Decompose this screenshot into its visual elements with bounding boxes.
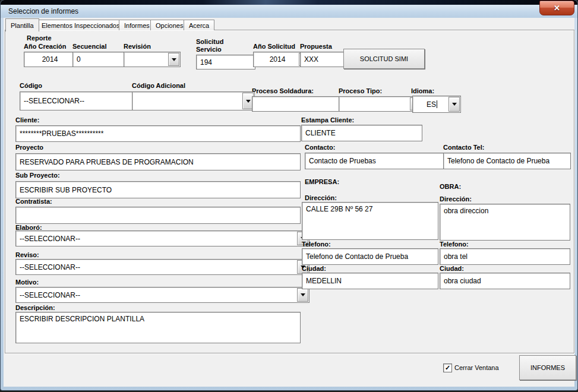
input-value: XXX: [304, 55, 318, 64]
codigo-adicional-combobox[interactable]: [132, 91, 255, 110]
informes-button[interactable]: INFORMES: [519, 355, 576, 380]
title-bar[interactable]: [1, 5, 577, 18]
proyecto-label: Proyecto: [15, 144, 43, 151]
tab-label: Elementos Inspeccionados: [42, 22, 119, 29]
contratista-input[interactable]: [15, 207, 301, 224]
combo-value: --SELECCIONAR--: [24, 97, 84, 105]
chevron-down-icon[interactable]: [297, 288, 308, 302]
cliente-input[interactable]: ********PRUEBAS**********: [15, 125, 301, 142]
revision-combobox[interactable]: [124, 52, 181, 67]
motivo-combobox[interactable]: --SELECCIONAR--: [15, 287, 309, 303]
reporte-group-label: Reporte: [27, 34, 52, 42]
solicitud-simi-button[interactable]: SOLCITUD SIMI: [343, 49, 425, 69]
sub-proyecto-input[interactable]: ESCRIBIR SUB PROYECTO: [15, 181, 301, 198]
secuencial-input[interactable]: 0: [72, 52, 125, 67]
input-value: MEDELLIN: [306, 277, 342, 285]
contacto-input[interactable]: Contacto de Pruebas: [305, 153, 448, 169]
codigo-combobox[interactable]: --SELECCIONAR--: [20, 91, 147, 110]
codigo-adicional-label: Código Adicional: [132, 82, 185, 89]
propuesta-label: Propuesta: [300, 43, 332, 50]
tab-label: Opciones: [156, 22, 183, 29]
combo-value: 2014: [42, 55, 58, 64]
combo-value: 2014: [270, 55, 286, 64]
input-value: CALLE 29B Nº 56 27: [306, 205, 372, 213]
input-value: Telefono de Contacto de Prueba: [447, 157, 549, 165]
tab-informes[interactable]: Informes: [119, 20, 155, 30]
empresa-ciudad-label: Ciudad:: [302, 265, 326, 272]
input-value: obra ciudad: [444, 277, 481, 285]
idioma-combobox[interactable]: ES: [412, 96, 461, 113]
input-value: ESCRIBIR DESCRIPCION PLANTILLA: [20, 315, 144, 323]
input-value: 0: [77, 55, 81, 64]
input-value: ********PRUEBAS**********: [20, 129, 103, 138]
tab-elementos-inspeccionados[interactable]: Elementos Inspeccionados: [36, 20, 125, 30]
solicitud-servicio-input[interactable]: 194: [196, 55, 255, 69]
proceso-soldadura-combobox[interactable]: [252, 96, 351, 112]
window-title: Seleccion de informes: [8, 7, 78, 15]
descripcion-textarea[interactable]: ESCRIBIR DESCRIPCION PLANTILLA: [15, 312, 301, 343]
solicitud-servicio-label: Solicitud Servicio: [196, 38, 232, 53]
input-value: RESERVADO PARA PRUEBAS DE PROGRAMACION: [20, 158, 194, 166]
estampa-cliente-input[interactable]: CLIENTE: [301, 125, 422, 141]
cliente-label: Cliente:: [15, 116, 39, 124]
empresa-telefono-label: Telefono:: [302, 241, 331, 248]
proyecto-input[interactable]: RESERVADO PARA PRUEBAS DE PROGRAMACION: [15, 153, 301, 170]
contratista-label: Contratista:: [15, 198, 52, 205]
idioma-label: Idioma:: [411, 87, 434, 94]
empresa-telefono-input[interactable]: Telefono de Contacto de Prueba: [302, 248, 438, 265]
estampa-cliente-label: Estampa Cliente:: [301, 116, 354, 124]
ano-solicitud-label: Año Solicitud: [253, 43, 295, 50]
window-top-glass: [1, 0, 577, 5]
combo-value: ES: [427, 100, 436, 109]
empresa-ciudad-input[interactable]: MEDELLIN: [302, 273, 438, 289]
combo-value: --SELECCIONAR--: [20, 235, 80, 243]
obra-direccion-textarea[interactable]: obra direccion: [440, 204, 570, 241]
tab-opciones[interactable]: Opciones: [150, 20, 188, 30]
input-value: 194: [200, 58, 212, 67]
reviso-combobox[interactable]: --SELECCIONAR--: [15, 259, 309, 275]
secuencial-label: Secuencial: [72, 43, 106, 50]
obra-telefono-label: Telefono:: [440, 241, 469, 248]
close-icon: ✕: [554, 4, 560, 12]
tab-acerca[interactable]: Acerca: [184, 20, 214, 30]
chevron-down-icon[interactable]: [168, 53, 179, 66]
contacto-tel-input[interactable]: Telefono de Contacto de Prueba: [443, 153, 571, 169]
input-value: obra tel: [444, 252, 468, 261]
dialog-seleccion-de-informes: Seleccion de informes ✕ Plantilla Elemen…: [0, 0, 578, 392]
obra-header: OBRA:: [440, 183, 461, 190]
tab-label: Plantilla: [11, 22, 34, 29]
proceso-tipo-combobox[interactable]: [339, 96, 422, 112]
input-value: Contacto de Pruebas: [309, 157, 376, 165]
empresa-direccion-label: Dirección:: [305, 194, 337, 201]
proceso-soldadura-label: Proceso Soldadura:: [252, 87, 314, 94]
descripcion-label: Descripción:: [15, 304, 55, 311]
cerrar-ventana-label: Cerrar Ventana: [454, 364, 499, 371]
tab-plantilla[interactable]: Plantilla: [5, 18, 39, 31]
check-icon: ✓: [445, 365, 450, 371]
chevron-down-icon[interactable]: [448, 97, 460, 112]
motivo-label: Motivo:: [15, 279, 39, 286]
input-value: obra direccion: [444, 207, 488, 215]
empresa-header: EMPRESA:: [305, 178, 339, 185]
elaboro-combobox[interactable]: --SELECCIONAR--: [15, 230, 309, 246]
obra-ciudad-label: Ciudad:: [440, 265, 464, 272]
obra-ciudad-input[interactable]: obra ciudad: [440, 273, 570, 289]
text-caret: [437, 100, 437, 108]
combo-value: --SELECCIONAR--: [20, 263, 80, 271]
obra-telefono-input[interactable]: obra tel: [440, 248, 570, 265]
cerrar-ventana-checkbox[interactable]: ✓: [443, 363, 452, 372]
ano-creacion-label: Año Creación: [24, 43, 67, 50]
close-button[interactable]: ✕: [539, 1, 574, 15]
tab-label: Acerca: [189, 22, 209, 29]
proceso-tipo-label: Proceso Tipo:: [339, 87, 382, 94]
contacto-tel-label: Contacto Tel:: [443, 144, 484, 151]
input-value: CLIENTE: [305, 129, 336, 137]
input-value: ESCRIBIR SUB PROYECTO: [20, 186, 112, 194]
revision-label: Revisión: [124, 43, 151, 50]
propuesta-input[interactable]: XXX: [300, 52, 345, 67]
reviso-label: Reviso:: [15, 251, 39, 258]
obra-direccion-label: Dirección:: [440, 195, 472, 203]
contacto-label: Contacto:: [305, 144, 335, 151]
combo-value: --SELECCIONAR--: [20, 291, 80, 299]
empresa-direccion-textarea[interactable]: CALLE 29B Nº 56 27: [302, 202, 438, 240]
